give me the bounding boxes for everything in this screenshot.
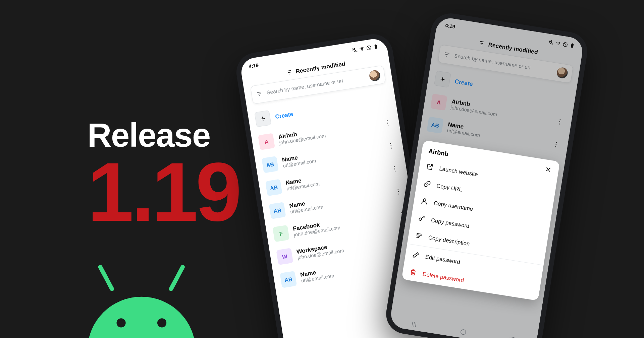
svg-point-9	[419, 217, 422, 220]
key-icon	[417, 214, 426, 223]
home-circle-icon[interactable]	[460, 329, 466, 335]
action-label: Copy username	[433, 199, 474, 212]
edit-icon	[412, 251, 420, 259]
text-lines-icon	[415, 231, 423, 240]
link-icon	[423, 180, 432, 188]
item-badge: A	[258, 133, 275, 150]
release-version: 1.19	[88, 150, 239, 233]
svg-point-8	[423, 198, 426, 201]
item-badge: AB	[265, 179, 282, 196]
battery-icon	[373, 43, 379, 49]
external-link-icon	[426, 162, 434, 171]
wifi-icon	[359, 46, 365, 52]
release-headline: Release 1.19	[88, 116, 239, 233]
action-label: Edit password	[425, 253, 461, 265]
filter-icon	[285, 68, 293, 76]
status-icons	[352, 43, 379, 53]
profile-avatar[interactable]	[369, 69, 381, 82]
recents-icon[interactable]	[411, 321, 417, 327]
do-not-disturb-icon	[366, 44, 372, 50]
svg-rect-2	[374, 45, 377, 49]
action-label: Delete password	[422, 270, 465, 283]
more-icon[interactable]: ⋮	[393, 187, 404, 196]
filter-lines-icon	[256, 90, 263, 98]
action-sheet: Airbnb Launch website Copy URL Copy user…	[401, 140, 560, 301]
item-badge: AB	[280, 271, 297, 288]
sheet-title: Airbnb	[428, 147, 449, 157]
more-icon[interactable]: ⋮	[385, 141, 396, 150]
user-icon	[420, 197, 429, 205]
more-icon[interactable]: ⋮	[389, 163, 400, 173]
action-label: Copy URL	[436, 182, 463, 192]
mute-icon	[352, 47, 358, 53]
more-icon[interactable]: ⋮	[382, 118, 393, 127]
status-time: 4:19	[248, 62, 259, 69]
back-square-icon[interactable]	[509, 337, 515, 338]
plus-icon: +	[254, 110, 271, 127]
trash-icon	[409, 268, 418, 276]
svg-rect-3	[375, 44, 376, 45]
item-badge: AB	[262, 156, 279, 173]
action-label: Copy password	[431, 217, 470, 229]
item-badge: F	[272, 225, 289, 242]
close-icon[interactable]	[544, 165, 553, 174]
mockup-phone-actionsheet: 4:19 Recently modified Search by name, u…	[383, 10, 590, 338]
android-logo-icon	[83, 267, 200, 338]
item-badge: AB	[269, 202, 286, 219]
item-badge: W	[276, 248, 293, 265]
action-label: Launch website	[439, 165, 478, 178]
svg-point-0	[362, 50, 363, 50]
promo-stage: Release 1.19 4:19 Recently modified	[0, 0, 644, 338]
action-label: Copy description	[428, 234, 470, 247]
